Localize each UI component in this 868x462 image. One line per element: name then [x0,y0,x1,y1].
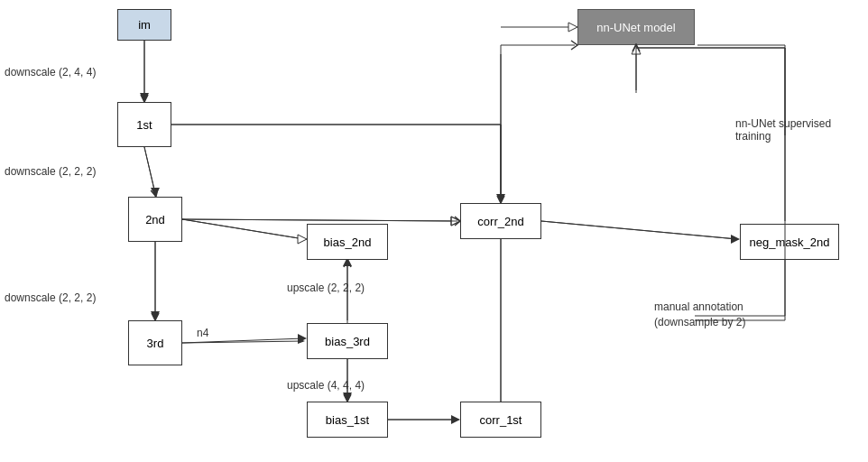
svg-marker-1 [140,93,149,102]
svg-marker-20 [451,217,460,226]
node-bias-3rd: bias_3rd [307,323,388,359]
svg-marker-29 [632,45,641,54]
node-1st: 1st [117,102,171,147]
label-n4: n4 [197,327,208,339]
svg-marker-15 [343,393,352,402]
svg-line-57 [541,221,737,239]
label-nn-unet-training: nn-UNet supervised training [735,117,868,143]
svg-marker-23 [568,23,577,32]
svg-marker-32 [731,235,740,244]
label-manual-annotation: manual annotation(downsample by 2) [654,300,745,330]
diagram: im 1st 2nd 3rd bias_2nd bias_3rd bias_1s… [0,0,868,462]
svg-marker-7 [298,334,307,343]
label-upscale-2: upscale (4, 4, 4) [287,379,365,392]
svg-line-43 [182,219,304,239]
svg-line-41 [182,341,303,343]
svg-marker-13 [451,415,460,424]
svg-marker-5 [151,311,160,320]
svg-line-31 [541,221,737,239]
svg-line-10 [182,219,304,239]
node-neg-mask-2nd: neg_mask_2nd [740,224,839,260]
label-downscale-1: downscale (2, 4, 4) [5,66,96,79]
node-bias-1st: bias_1st [307,402,388,438]
svg-marker-11 [298,235,307,244]
svg-marker-18 [496,194,505,203]
svg-line-39 [144,147,155,193]
node-corr-2nd: corr_2nd [460,203,541,239]
svg-marker-50 [451,217,460,226]
svg-line-19 [182,219,457,221]
node-2nd: 2nd [128,197,182,242]
node-corr-1st: corr_1st [460,402,541,438]
node-bias-2nd: bias_2nd [307,224,388,260]
svg-marker-3 [151,188,160,197]
svg-line-2 [144,147,155,194]
label-downscale-2: downscale (2, 2, 2) [5,165,96,178]
label-downscale-3: downscale (2, 2, 2) [5,291,96,304]
node-im: im [117,9,171,41]
svg-line-49 [182,219,457,221]
svg-marker-44 [298,235,307,244]
node-3rd: 3rd [128,320,182,365]
node-nn-unet: nn-UNet model [577,9,695,45]
label-upscale-1: upscale (2, 2, 2) [287,282,365,294]
